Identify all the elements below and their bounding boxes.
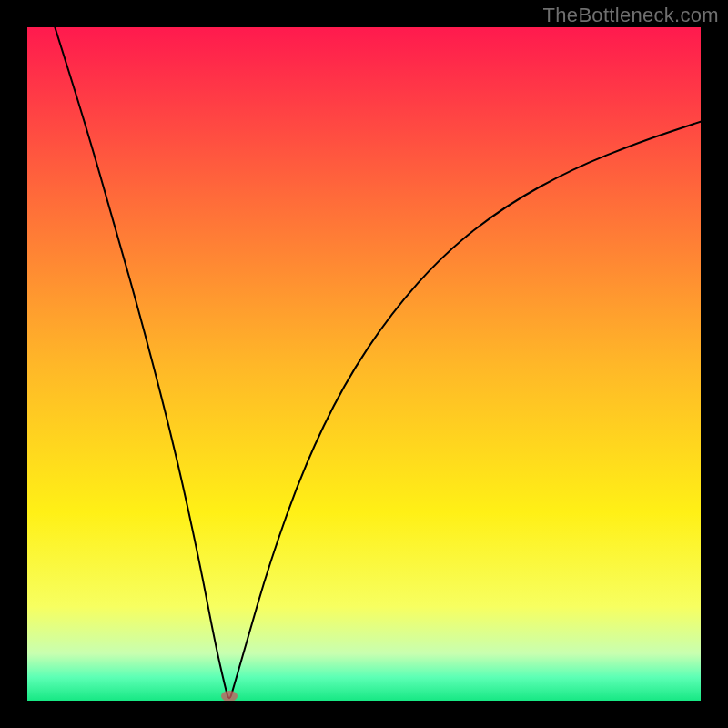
chart-frame: TheBottleneck.com [0,0,728,728]
plot-svg [27,27,701,701]
watermark-text: TheBottleneck.com [543,4,719,27]
gradient-background [27,27,701,701]
plot-area [27,27,701,701]
